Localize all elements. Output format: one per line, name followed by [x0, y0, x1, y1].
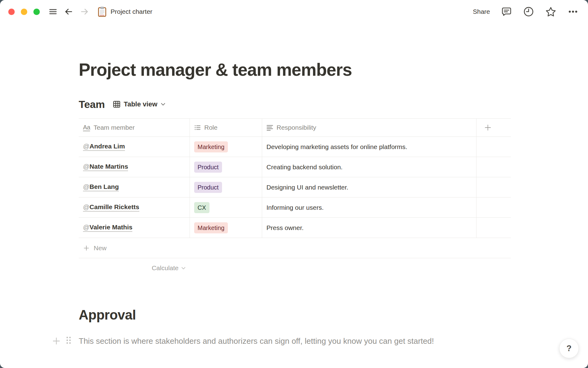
responsibility-cell[interactable]: Developing marketing assets for online p… — [262, 137, 477, 157]
role-tag[interactable]: Marketing — [194, 141, 228, 152]
text-property-icon — [266, 124, 273, 131]
database-header: Team Table view — [79, 98, 511, 111]
chevron-down-icon — [161, 103, 165, 106]
role-tag[interactable]: Product — [194, 182, 222, 193]
team-member-cell[interactable]: @Valerie Mathis — [79, 218, 190, 238]
row-spacer-cell — [477, 157, 511, 177]
add-block-plus-icon[interactable] — [52, 336, 61, 346]
team-member-cell[interactable]: @Nate Martins — [79, 157, 190, 177]
approval-body-text[interactable]: This section is where stakeholders and a… — [79, 334, 465, 348]
team-member-cell[interactable]: @Ben Lang — [79, 177, 190, 197]
back-arrow-icon[interactable] — [64, 7, 73, 16]
hamburger-menu-icon[interactable] — [49, 7, 57, 16]
page-breadcrumb-title[interactable]: Project charter — [111, 8, 153, 15]
share-button[interactable]: Share — [473, 8, 490, 15]
drag-handle-icon[interactable] — [66, 337, 71, 344]
calculate-row[interactable]: Calculate — [79, 258, 190, 278]
page-title[interactable]: Project manager & team members — [79, 59, 511, 80]
role-tag[interactable]: CX — [194, 202, 209, 213]
comments-icon[interactable] — [501, 6, 512, 17]
select-property-icon — [194, 124, 201, 131]
tab-table-view[interactable]: Table view — [113, 100, 165, 108]
forward-arrow-icon[interactable] — [80, 7, 89, 16]
row-spacer-cell — [477, 218, 511, 238]
titlebar-actions: Share — [473, 6, 579, 17]
help-button[interactable]: ? — [559, 339, 579, 358]
column-header-team-member[interactable]: Aa Team member — [79, 118, 190, 137]
new-row-label: New — [94, 244, 107, 252]
approval-heading[interactable]: Approval — [79, 307, 511, 323]
responsibility-cell[interactable]: Creating backend solution. — [262, 157, 477, 177]
responsibility-cell[interactable]: Informing our users. — [262, 197, 477, 218]
person-mention[interactable]: @Valerie Mathis — [83, 224, 132, 232]
add-column-button[interactable] — [477, 118, 511, 137]
plus-icon — [83, 245, 90, 251]
team-member-cell[interactable]: @Camille Ricketts — [79, 197, 190, 218]
plus-icon — [484, 124, 492, 132]
team-member-cell[interactable]: @Andrea Lim — [79, 137, 190, 157]
table-view-icon — [113, 101, 120, 108]
more-options-icon[interactable] — [567, 6, 579, 17]
zoom-window-button[interactable] — [33, 9, 40, 15]
chevron-down-icon — [181, 267, 186, 270]
clipboard-page-icon — [98, 7, 106, 17]
calculate-label: Calculate — [152, 264, 179, 272]
role-tag[interactable]: Product — [194, 162, 222, 173]
minimize-window-button[interactable] — [21, 9, 27, 15]
role-cell[interactable]: Marketing — [190, 218, 262, 238]
new-row-button[interactable]: New — [79, 238, 511, 258]
role-tag[interactable]: Marketing — [194, 222, 228, 233]
person-mention[interactable]: @Ben Lang — [83, 183, 119, 191]
row-spacer-cell — [477, 197, 511, 218]
role-cell[interactable]: CX — [190, 197, 262, 218]
row-spacer-cell — [477, 177, 511, 197]
responsibility-cell[interactable]: Press owner. — [262, 218, 477, 238]
role-cell[interactable]: Marketing — [190, 137, 262, 157]
column-label: Team member — [93, 124, 134, 131]
page-body: Project manager & team members Team Tabl… — [79, 59, 511, 348]
database-title[interactable]: Team — [79, 98, 105, 110]
approval-paragraph-block: This section is where stakeholders and a… — [79, 334, 511, 348]
notion-window: Project charter Share — [0, 0, 588, 368]
person-mention[interactable]: @Nate Martins — [83, 163, 128, 171]
favorite-star-icon[interactable] — [545, 6, 556, 17]
updates-clock-icon[interactable] — [523, 6, 534, 17]
row-spacer-cell — [477, 137, 511, 157]
table-view-label: Table view — [124, 100, 157, 108]
column-header-responsibility[interactable]: Responsibility — [262, 118, 477, 137]
team-table: Aa Team member Role — [79, 118, 511, 258]
person-mention[interactable]: @Andrea Lim — [83, 143, 125, 151]
titlebar: Project charter Share — [0, 0, 588, 23]
column-label: Role — [204, 124, 217, 131]
column-label: Responsibility — [277, 124, 316, 131]
responsibility-cell[interactable]: Designing UI and newsletter. — [262, 177, 477, 197]
column-header-role[interactable]: Role — [190, 118, 262, 137]
close-window-button[interactable] — [8, 9, 15, 15]
role-cell[interactable]: Product — [190, 177, 262, 197]
person-mention[interactable]: @Camille Ricketts — [83, 203, 139, 212]
role-cell[interactable]: Product — [190, 157, 262, 177]
traffic-lights — [8, 9, 40, 15]
title-property-icon: Aa — [83, 124, 90, 131]
